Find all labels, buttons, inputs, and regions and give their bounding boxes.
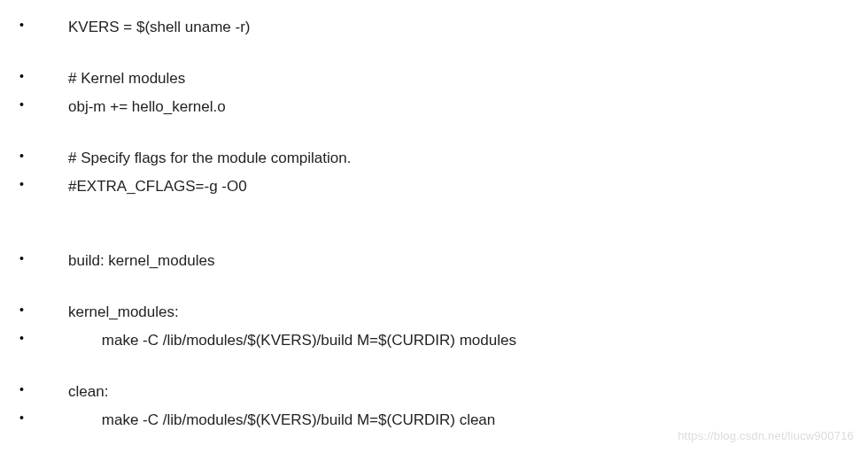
code-line: build: kernel_modules [68, 250, 214, 273]
bullet-icon: • [0, 175, 68, 194]
bullet-icon: • [0, 96, 68, 114]
code-line: KVERS = $(shell uname -r) [68, 16, 251, 39]
list-item: • KVERS = $(shell uname -r) [0, 16, 868, 39]
code-line: # Kernel modules [68, 67, 185, 90]
list-item: • kernel_modules: [0, 301, 868, 324]
bullet-icon: • [0, 301, 68, 319]
blank-line [0, 203, 868, 226]
list-item: • make -C /lib/modules/$(KVERS)/build M=… [0, 329, 868, 352]
bullet-icon: • [0, 329, 68, 348]
code-line: clean: [68, 380, 108, 403]
code-list: • KVERS = $(shell uname -r) • # Kernel m… [0, 0, 868, 432]
bullet-icon: • [0, 67, 68, 86]
code-line: # Specify flags for the module compilati… [68, 147, 351, 170]
bullet-icon: • [0, 16, 68, 35]
blank-line [0, 124, 868, 147]
list-item: • obj-m += hello_kernel.o [0, 96, 868, 119]
bullet-icon: • [0, 250, 68, 268]
code-line: #EXTRA_CFLAGS=-g -O0 [68, 175, 247, 198]
blank-line [0, 278, 868, 301]
code-line: obj-m += hello_kernel.o [68, 96, 226, 119]
code-line: make -C /lib/modules/$(KVERS)/build M=$(… [68, 409, 495, 432]
list-item: • clean: [0, 380, 868, 403]
blank-line [0, 226, 868, 250]
blank-line [0, 44, 868, 67]
code-line: make -C /lib/modules/$(KVERS)/build M=$(… [68, 329, 516, 352]
bullet-icon: • [0, 409, 68, 427]
list-item: • build: kernel_modules [0, 250, 868, 273]
list-item: • #EXTRA_CFLAGS=-g -O0 [0, 175, 868, 198]
bullet-icon: • [0, 147, 68, 165]
blank-line [0, 357, 868, 380]
list-item: • # Kernel modules [0, 67, 868, 90]
list-item: • # Specify flags for the module compila… [0, 147, 868, 170]
bullet-icon: • [0, 380, 68, 399]
code-line: kernel_modules: [68, 301, 179, 324]
watermark: https://blog.csdn.net/liucw900716 [678, 429, 854, 442]
